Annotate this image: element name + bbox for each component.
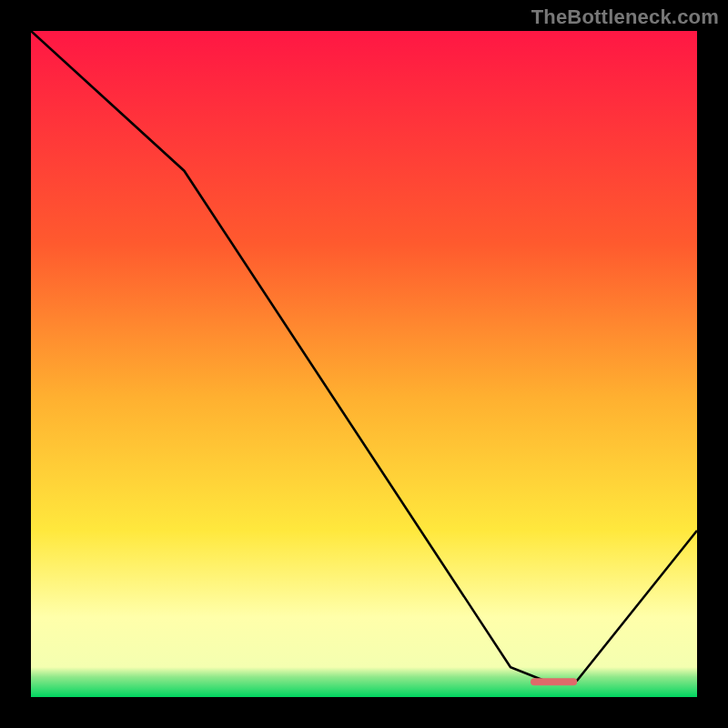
watermark-text: TheBottleneck.com [531, 5, 719, 29]
gradient-fill [31, 31, 697, 697]
optimal-marker [531, 678, 577, 685]
chart-stage: TheBottleneck.com [0, 0, 728, 728]
plot-area [31, 31, 697, 697]
chart-svg [31, 31, 697, 697]
